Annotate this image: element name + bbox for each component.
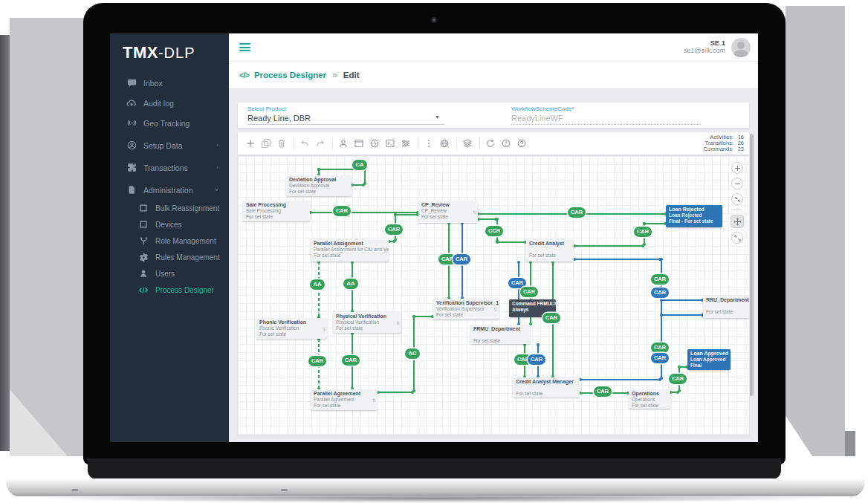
workflow-node-credit-analyst-manager[interactable]: Credit Analyst ManagerFor set state: [513, 377, 580, 397]
breadcrumb-page: Edit: [343, 71, 360, 79]
fit-view-button[interactable]: [731, 193, 743, 205]
sidebar-item-rules-management[interactable]: Rules Management: [110, 249, 229, 265]
sidebar-item-bulk-reassignment[interactable]: Bulk Reassignment: [110, 200, 229, 216]
globe-button[interactable]: [439, 138, 450, 149]
transition-badge-car[interactable]: CAR: [651, 353, 669, 363]
workflow-node-rru-department[interactable]: RRU_DepartmentFor set state: [703, 296, 749, 318]
copy-button[interactable]: [261, 138, 271, 149]
transition-badge-car[interactable]: CAR: [651, 274, 669, 285]
node-subtitle: Always: [512, 307, 553, 313]
workflow-node-sale-processing[interactable]: Sale ProcessingSale ProcessingFor set st…: [243, 201, 310, 221]
transition-badge-car[interactable]: CAR: [568, 207, 586, 218]
transition-badge-car[interactable]: CAR: [651, 343, 669, 353]
laptop-hinge: [88, 458, 781, 479]
node-subtitle: Parallel Assignment for CIU and Ver: [314, 247, 386, 253]
node-subtitle: Final: [690, 363, 728, 369]
sidebar-item-label: Geo Tracking: [143, 119, 190, 128]
workflow-edge: [670, 392, 678, 393]
sidebar-item-administration[interactable]: Administration˅: [110, 180, 229, 200]
transition-badge-car[interactable]: CAR: [594, 386, 612, 397]
transition-badge-car[interactable]: CAR: [542, 313, 560, 323]
pan-move-button[interactable]: [731, 215, 744, 228]
help-button[interactable]: [516, 138, 527, 149]
transition-badge-ac[interactable]: AC: [405, 348, 420, 359]
node-anchor-icon: ⇅: [396, 320, 400, 325]
window-button[interactable]: [354, 138, 364, 149]
transition-badge-car[interactable]: CAR: [651, 288, 669, 298]
node-subtitle: CP_Review: [421, 208, 475, 214]
workflow-edge: [678, 366, 687, 368]
node-title: RRU_Department: [706, 297, 746, 303]
refresh-button[interactable]: [485, 138, 496, 149]
sidebar-item-devices[interactable]: Devices: [110, 216, 229, 233]
console-button[interactable]: [385, 138, 395, 149]
code-icon: [138, 285, 149, 295]
avatar[interactable]: [731, 38, 751, 57]
redo-button[interactable]: [315, 138, 326, 149]
transition-badge-car[interactable]: CAR: [385, 224, 403, 235]
add-button[interactable]: [245, 138, 256, 149]
node-title: Credit Analyst: [529, 241, 571, 247]
zoom-out-button[interactable]: [731, 178, 743, 189]
workflow-scheme-code-value: ReadyLineWF: [511, 114, 563, 123]
more-options-button[interactable]: [424, 138, 434, 149]
workflow-node-parallel-assignment[interactable]: Parallel AssignmentParallel Assignment f…: [311, 239, 389, 262]
zoom-in-button[interactable]: [731, 162, 743, 174]
sidebar-item-process-designer[interactable]: Process Designer: [110, 282, 229, 298]
sidebar-item-role-management[interactable]: Role Management: [110, 233, 229, 249]
transition-badge-ca[interactable]: CA: [352, 160, 367, 170]
undo-button[interactable]: [299, 138, 310, 149]
sidebar-item-audit-log[interactable]: Audit log: [110, 93, 229, 113]
transition-badge-car[interactable]: CAR: [634, 227, 652, 237]
transition-badge-car[interactable]: CAR: [333, 206, 351, 216]
workflow-node-deviation-approval[interactable]: Deviation ApprovalDeviation ApprovalFor …: [286, 175, 352, 196]
workflow-node-phonic-verification[interactable]: Phonic VerificationPhonic VerificationFo…: [256, 318, 327, 339]
sidebar-item-transactions[interactable]: Transactions›: [110, 158, 229, 178]
workflow-node-loan-rejected[interactable]: Loan RejectedLoan RejectedFinal - For se…: [666, 205, 722, 227]
required-mark: *: [571, 106, 574, 112]
workflow-node-verification-supervisor-1[interactable]: Verification Supervisor_1Verification Su…: [433, 299, 499, 319]
actor-button[interactable]: [338, 138, 349, 149]
select-product-field[interactable]: Select Product Ready Line, DBR ▼: [247, 103, 444, 125]
alert-button[interactable]: [501, 138, 511, 149]
sidebar-item-inbox[interactable]: Inbox: [110, 73, 229, 93]
workflow-form-card: Select Product Ready Line, DBR ▼ Workflo…: [238, 103, 749, 128]
settings-sliders-button[interactable]: [401, 138, 411, 149]
transition-badge-car[interactable]: CAR: [520, 287, 538, 297]
transition-badge-car[interactable]: CAR: [453, 254, 470, 265]
delete-button[interactable]: [276, 138, 287, 149]
transition-badge-car[interactable]: CAR: [528, 354, 545, 365]
layers-button[interactable]: [462, 138, 473, 149]
timer-button[interactable]: [369, 138, 380, 149]
workflow-node-cp-review[interactable]: CP_ReviewCP_ReviewFor set state⇅: [418, 201, 478, 223]
workflow-node-parallel-agreement[interactable]: Parallel AgreementParallel AgreementFor …: [311, 389, 378, 410]
sidebar-item-users[interactable]: Users: [110, 265, 229, 282]
canvas-scrollbar[interactable]: [750, 134, 754, 396]
workflow-node-physical-verification[interactable]: Physical VerificationPhysical Verificati…: [333, 312, 401, 333]
workflow-node-frmu-department[interactable]: FRMU_DepartmentFor set state: [470, 325, 530, 344]
sidebar-item-setup-data[interactable]: Setup Data›: [110, 135, 229, 155]
transition-badge-car[interactable]: CAR: [669, 374, 687, 384]
sidebar-item-geo-tracking[interactable]: Geo Tracking: [110, 113, 229, 133]
chevron-down-icon: ▼: [435, 114, 440, 120]
transition-badge-ccr[interactable]: CCR: [485, 226, 503, 236]
workflow-canvas[interactable]: Deviation ApprovalDeviation ApprovalFor …: [238, 156, 749, 435]
transition-badge-aa[interactable]: AA: [343, 279, 358, 289]
hamburger-menu-icon[interactable]: [239, 43, 250, 51]
transition-badge-aa[interactable]: AA: [310, 279, 325, 290]
gear-icon: [138, 252, 149, 262]
workflow-node-loan-approved[interactable]: Loan ApprovedLoan ApprovedFinal: [687, 349, 731, 370]
breadcrumb-section[interactable]: Process Designer: [254, 71, 326, 79]
node-subtitle: Loan Approved: [690, 357, 728, 363]
user-info[interactable]: SE 1 se1@silk.com: [684, 39, 725, 54]
transition-badge-car[interactable]: CAR: [342, 355, 360, 366]
node-title: Parallel Assignment: [314, 241, 386, 247]
toolbar-separator: [456, 137, 457, 149]
node-title: Phonic Verification: [259, 319, 324, 325]
workflow-scheme-code-field[interactable]: WorkflowSchemeCode* ReadyLineWF: [511, 103, 701, 125]
expand-view-button[interactable]: [731, 232, 743, 244]
node-title: Command FRMUCheck: [512, 301, 553, 307]
workflow-node-operations[interactable]: OperationsOperationsFor set state: [629, 389, 670, 409]
workflow-node-credit-analyst[interactable]: Credit AnalystFor set state: [526, 239, 574, 262]
transition-badge-car[interactable]: CAR: [308, 356, 326, 366]
